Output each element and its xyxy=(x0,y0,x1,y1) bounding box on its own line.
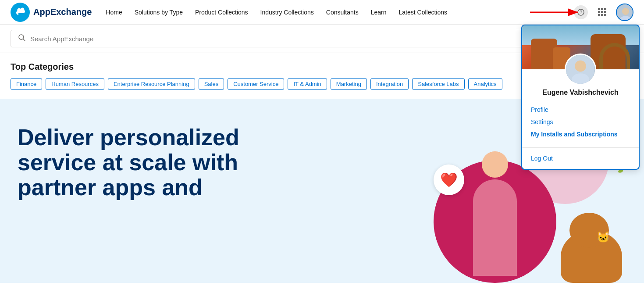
help-button[interactable]: ? xyxy=(574,5,588,19)
category-salesforce-labs[interactable]: Salesforce Labs xyxy=(412,78,464,90)
nav-latest-collections[interactable]: Latest Collections xyxy=(399,9,448,16)
navbar: AppExchange Home Solutions by Type Produ… xyxy=(0,0,644,25)
dropdown-avatar-area: Eugene Vabishchevich xyxy=(522,54,639,100)
hero-heading: Deliver personalized service at scale wi… xyxy=(18,125,246,200)
user-dropdown-panel: Eugene Vabishchevich Profile Settings My… xyxy=(521,25,640,170)
dropdown-username: Eugene Vabishchevich xyxy=(542,89,618,96)
avatar-image xyxy=(617,4,633,20)
nav-home[interactable]: Home xyxy=(106,9,122,16)
hero-line1: Deliver personalized xyxy=(18,125,239,150)
nav-solutions[interactable]: Solutions by Type xyxy=(135,9,183,16)
hero-line2: service at scale with xyxy=(18,150,238,175)
dropdown-installs-link[interactable]: My Installs and Subscriptions xyxy=(531,128,630,140)
cat-glasses: 🐱 xyxy=(597,231,610,243)
category-finance[interactable]: Finance xyxy=(11,78,42,90)
svg-point-12 xyxy=(575,61,586,72)
dropdown-avatar-svg xyxy=(566,54,595,85)
category-human-resources[interactable]: Human Resources xyxy=(46,78,104,90)
person-body xyxy=(473,179,517,276)
nav-consultants[interactable]: Consultants xyxy=(326,9,359,16)
help-icon: ? xyxy=(577,9,584,16)
brand-name: AppExchange xyxy=(33,7,92,17)
dropdown-links: Profile Settings My Installs and Subscri… xyxy=(522,100,639,144)
nav-industry-collections[interactable]: Industry Collections xyxy=(260,9,314,16)
category-customer-service[interactable]: Customer Service xyxy=(228,78,284,90)
svg-text:?: ? xyxy=(580,10,582,15)
grid-button[interactable] xyxy=(595,5,609,19)
category-integration[interactable]: Integration xyxy=(370,78,409,90)
person-figure xyxy=(460,151,530,283)
category-sales[interactable]: Sales xyxy=(199,78,224,90)
logo-area[interactable]: AppExchange xyxy=(11,3,92,22)
dropdown-logout-link[interactable]: Log Out xyxy=(522,151,639,169)
dropdown-avatar xyxy=(565,54,596,85)
nav-product-collections[interactable]: Product Collections xyxy=(195,9,248,16)
nav-right-area: ? xyxy=(574,4,633,21)
dropdown-divider xyxy=(522,147,639,148)
avatar-svg xyxy=(617,4,633,21)
person-head xyxy=(482,151,508,178)
salesforce-logo xyxy=(11,3,30,22)
svg-line-9 xyxy=(23,39,25,41)
category-it-admin[interactable]: IT & Admin xyxy=(288,78,327,90)
hero-text: Deliver personalized service at scale wi… xyxy=(18,125,246,200)
search-icon xyxy=(18,34,26,43)
dropdown-profile-link[interactable]: Profile xyxy=(531,104,630,116)
nav-learn[interactable]: Learn xyxy=(371,9,387,16)
hero-line3: partner apps and xyxy=(18,175,203,200)
nav-links: Home Solutions by Type Product Collectio… xyxy=(106,9,574,16)
category-marketing[interactable]: Marketing xyxy=(331,78,367,90)
grid-icon xyxy=(598,8,606,16)
category-analytics[interactable]: Analytics xyxy=(468,78,502,90)
category-erp[interactable]: Enterprise Resource Planning xyxy=(108,78,195,90)
svg-point-6 xyxy=(622,8,629,15)
dropdown-settings-link[interactable]: Settings xyxy=(531,116,630,128)
user-avatar-button[interactable] xyxy=(616,4,633,21)
